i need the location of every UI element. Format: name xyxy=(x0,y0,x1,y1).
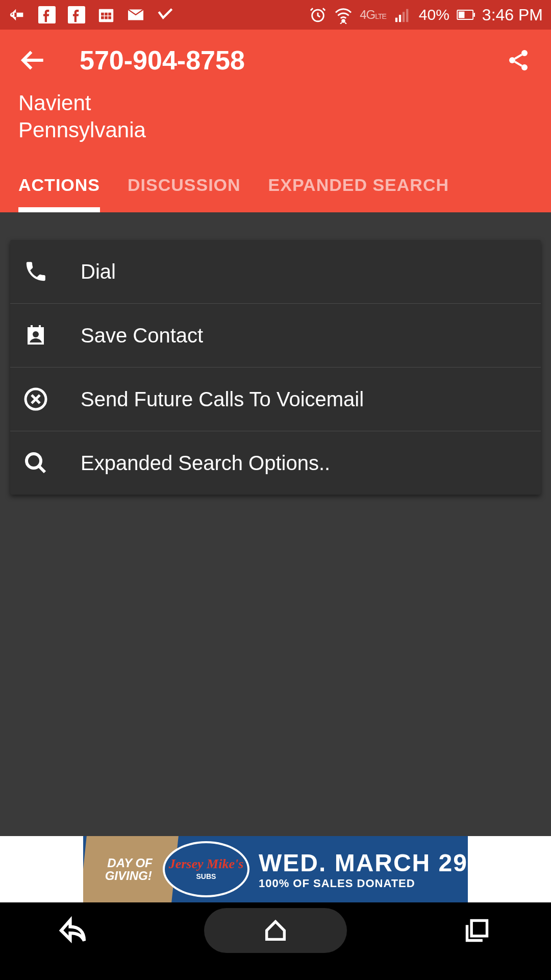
svg-rect-7 xyxy=(108,13,111,16)
svg-rect-16 xyxy=(406,9,408,22)
share-button[interactable] xyxy=(504,46,533,75)
svg-rect-15 xyxy=(403,12,405,22)
action-label: Send Future Calls To Voicemail xyxy=(81,388,364,411)
actions-card: Dial Save Contact Send Future Calls To V… xyxy=(10,240,541,495)
caller-name: Navient xyxy=(18,90,533,117)
svg-point-22 xyxy=(521,64,528,70)
svg-rect-5 xyxy=(101,13,104,16)
svg-point-27 xyxy=(27,454,41,468)
tab-discussion[interactable]: DISCUSSION xyxy=(128,164,241,212)
svg-rect-14 xyxy=(399,15,401,22)
svg-point-12 xyxy=(342,20,345,22)
status-right-icons: 4GLTE 40% 3:46 PM xyxy=(309,6,543,24)
block-icon xyxy=(22,386,49,412)
wifi-icon xyxy=(334,6,353,24)
alarm-icon xyxy=(309,6,327,24)
network-type: 4GLTE xyxy=(360,8,386,22)
action-voicemail[interactable]: Send Future Calls To Voicemail xyxy=(10,368,541,431)
caller-location: Pennsylvania xyxy=(18,117,533,144)
action-expanded-search[interactable]: Expanded Search Options.. xyxy=(10,431,541,495)
navigation-bar xyxy=(0,902,551,959)
nav-recents-button[interactable] xyxy=(459,912,495,949)
ad-right: WED. MARCH 29 100% OF SALES DONATED xyxy=(249,849,468,890)
search-icon xyxy=(22,450,49,476)
svg-rect-13 xyxy=(395,18,397,22)
svg-rect-6 xyxy=(105,13,108,16)
ad-logo: Jersey Mike's SUBS xyxy=(163,841,249,897)
action-label: Expanded Search Options.. xyxy=(81,452,330,475)
ad-tagline: 100% OF SALES DONATED xyxy=(259,877,468,890)
phone-number-title: 570-904-8758 xyxy=(80,45,473,76)
svg-rect-9 xyxy=(105,16,108,19)
svg-rect-28 xyxy=(471,921,487,936)
notification-plus-icon xyxy=(8,6,27,24)
mail-icon xyxy=(127,6,145,24)
signal-icon xyxy=(393,6,412,24)
svg-point-25 xyxy=(33,331,39,337)
svg-rect-18 xyxy=(459,12,465,18)
ad-wrapper: DAY OF GIVING! Jersey Mike's SUBS WED. M… xyxy=(0,836,551,902)
back-button[interactable] xyxy=(18,45,49,76)
contact-icon xyxy=(22,322,49,349)
svg-point-20 xyxy=(521,50,528,56)
svg-rect-23 xyxy=(31,325,33,329)
clock-time: 3:46 PM xyxy=(482,6,543,24)
app-header: 570-904-8758 Navient Pennsylvania ACTION… xyxy=(0,30,551,212)
calendar-icon xyxy=(97,6,115,24)
ad-logo-text: Jersey Mike's xyxy=(169,858,244,870)
status-bar: 4GLTE 40% 3:46 PM xyxy=(0,0,551,30)
svg-rect-8 xyxy=(101,16,104,19)
nav-home-pill xyxy=(204,908,347,953)
content-area: Dial Save Contact Send Future Calls To V… xyxy=(0,212,551,836)
nav-back-button[interactable] xyxy=(56,912,92,949)
ad-banner[interactable]: DAY OF GIVING! Jersey Mike's SUBS WED. M… xyxy=(83,836,468,902)
action-label: Save Contact xyxy=(81,324,203,347)
svg-rect-24 xyxy=(39,325,41,329)
svg-point-21 xyxy=(509,57,515,63)
ad-left-line1: DAY OF xyxy=(107,856,152,869)
tab-actions[interactable]: ACTIONS xyxy=(18,164,100,212)
svg-rect-19 xyxy=(473,13,475,17)
battery-percentage: 40% xyxy=(419,6,449,23)
facebook-icon-2 xyxy=(67,6,86,24)
status-left-icons xyxy=(8,6,174,24)
phone-icon xyxy=(22,258,49,285)
action-save-contact[interactable]: Save Contact xyxy=(10,304,541,368)
action-label: Dial xyxy=(81,260,116,283)
tab-expanded-search[interactable]: EXPANDED SEARCH xyxy=(268,164,449,212)
ad-logo-sub: SUBS xyxy=(196,872,216,880)
facebook-icon xyxy=(38,6,56,24)
svg-rect-10 xyxy=(108,16,111,19)
checkmark-icon xyxy=(156,6,174,24)
tabs: ACTIONS DISCUSSION EXPANDED SEARCH xyxy=(18,164,533,212)
ad-left-line2: GIVING! xyxy=(105,869,152,882)
nav-home-button[interactable] xyxy=(257,912,294,949)
ad-date: WED. MARCH 29 xyxy=(259,849,468,877)
action-dial[interactable]: Dial xyxy=(10,240,541,304)
battery-icon xyxy=(457,6,475,24)
